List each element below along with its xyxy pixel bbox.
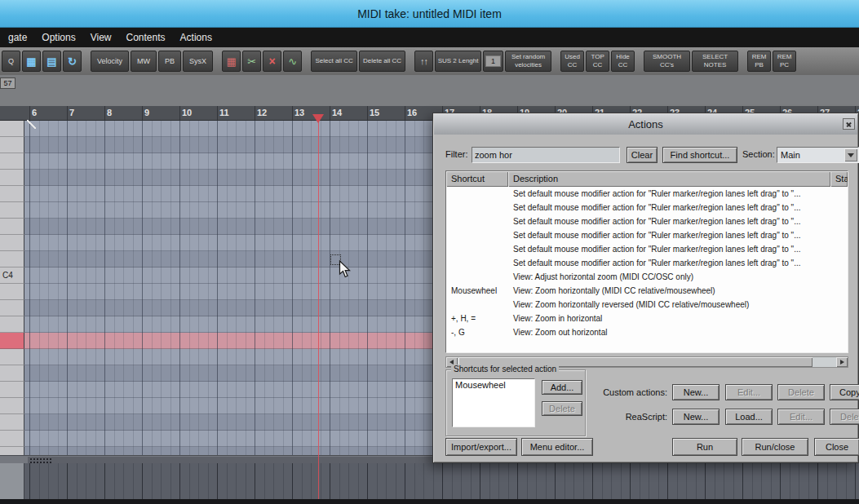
filter-input[interactable] [472, 147, 620, 163]
piano-key[interactable] [0, 121, 24, 137]
playhead-marker[interactable] [312, 114, 324, 123]
table-row[interactable]: Set default mouse modifier action for "R… [446, 256, 848, 270]
piano-key[interactable] [0, 186, 24, 202]
menu-item-view[interactable]: View [83, 28, 119, 47]
custom-new-button[interactable]: New... [672, 384, 720, 400]
clear-button[interactable]: Clear [627, 147, 658, 163]
menu-item-options[interactable]: Options [34, 28, 82, 47]
grid-line [123, 463, 124, 499]
menu-item-gate[interactable]: gate [1, 28, 34, 47]
tb-pb-button[interactable]: PB [158, 51, 181, 72]
tb-select-notes-button[interactable]: SELECT NOTES [692, 51, 738, 72]
grid-line [133, 463, 134, 499]
table-row[interactable]: Set default mouse modifier action for "R… [446, 228, 848, 242]
table-row[interactable]: MousewheelView: Zoom horizontally (MIDI … [446, 284, 848, 298]
loop-button[interactable]: ↻ [63, 51, 82, 72]
reascript-new-button[interactable]: New... [672, 409, 720, 425]
window-titlebar[interactable]: MIDI take: untitled MIDI item [0, 0, 859, 28]
scissors-button[interactable]: ✂ [242, 51, 261, 72]
table-row[interactable]: Set default mouse modifier action for "R… [446, 187, 848, 201]
table-row[interactable]: Set default mouse modifier action for "R… [446, 242, 848, 256]
tb-delete-all-cc-button[interactable]: Delete all CC [359, 51, 405, 72]
lane-resize-handle[interactable] [29, 458, 52, 463]
grid-line [273, 121, 274, 455]
find-shortcut-button[interactable]: Find shortcut... [662, 147, 737, 163]
tb-select-all-cc-button[interactable]: Select all CC [311, 51, 357, 72]
tb-rem-pc-button[interactable]: REM PC [773, 51, 796, 72]
piano-key[interactable] [0, 316, 24, 333]
grid-line [95, 463, 96, 499]
dialog-titlebar[interactable]: Actions [434, 114, 857, 135]
midi-keyboard-button[interactable]: ▤ [42, 51, 61, 72]
tb-sus-2-lenght-button[interactable]: SUS 2 Lenght [435, 51, 481, 72]
column-header-description[interactable]: Description [508, 171, 830, 187]
tb-mw-button[interactable]: MW [131, 51, 157, 72]
wave-button[interactable]: ∿ [283, 51, 302, 72]
table-row[interactable]: Set default mouse modifier action for "R… [446, 201, 848, 214]
tb-top-cc-button[interactable]: TOP CC [586, 51, 609, 72]
tb-smooth-cc-s-button[interactable]: SMOOTH CC's [644, 51, 690, 72]
piano-key[interactable] [0, 137, 24, 153]
tb-hide-cc-button[interactable]: Hide CC [611, 51, 635, 72]
piano-button[interactable]: ▦ [22, 51, 41, 72]
tb-set-random-velocities-button[interactable]: Set random velocities [505, 51, 551, 72]
tb-used-cc-button[interactable]: Used CC [560, 51, 584, 72]
cell-shortcut: +, H, = [446, 312, 508, 325]
tb-q-button[interactable]: Q [2, 51, 20, 72]
run-close-button[interactable]: Run/close [742, 438, 808, 456]
grid-add-button[interactable]: ▦ [222, 51, 241, 72]
menu-item-actions[interactable]: Actions [173, 28, 219, 47]
grid-line [565, 463, 565, 499]
menu-item-contents[interactable]: Contents [119, 28, 173, 47]
piano-key[interactable] [0, 202, 24, 219]
grid-line [152, 463, 153, 499]
arrows-up-button[interactable]: ↑↑ [414, 51, 433, 72]
piano-key[interactable] [0, 398, 24, 414]
tb-sysx-button[interactable]: SysX [183, 51, 213, 72]
piano-key[interactable] [0, 382, 24, 398]
custom-copy-button[interactable]: Copy... [830, 384, 859, 400]
table-row[interactable]: Set default mouse modifier action for "R… [446, 214, 848, 228]
section-dropdown[interactable]: Main [777, 147, 859, 163]
piano-key[interactable] [0, 300, 24, 316]
column-header-state[interactable]: State [830, 171, 848, 187]
piano-key-highlight[interactable] [0, 333, 24, 349]
dialog-body: Filter: Clear Find shortcut... Section: … [434, 135, 857, 462]
piano-key-c4[interactable]: C4 [0, 267, 24, 284]
scroll-right-arrow-icon[interactable] [836, 357, 848, 367]
piano-key[interactable] [0, 365, 24, 382]
column-header-shortcut[interactable]: Shortcut [446, 171, 508, 187]
run-button[interactable]: Run [672, 438, 737, 456]
grid-line [330, 463, 330, 499]
piano-key[interactable] [0, 219, 24, 235]
piano-key[interactable] [0, 251, 24, 267]
piano-key[interactable] [0, 447, 24, 455]
close-icon[interactable] [843, 118, 855, 130]
piano-key[interactable] [0, 414, 24, 431]
menu-editor-button[interactable]: Menu editor... [521, 438, 593, 456]
editor-upper-strip: 57 [0, 75, 859, 106]
tb-rem-pb-button[interactable]: REM PB [747, 51, 771, 72]
table-row[interactable]: -, GView: Zoom out horizontal [446, 325, 848, 339]
table-row[interactable]: View: Zoom horizontally reversed (MIDI C… [446, 298, 848, 312]
cc-lane[interactable] [0, 463, 859, 499]
table-row[interactable]: View: Adjust horizontal zoom (MIDI CC/OS… [446, 270, 848, 284]
tb-1-button[interactable]: 1 [483, 51, 503, 72]
tb-velocity-button[interactable]: Velocity [91, 51, 129, 72]
piano-key[interactable] [0, 349, 24, 365]
item-extent-bar[interactable] [28, 457, 434, 463]
grid-line [386, 121, 387, 455]
grid-line [761, 463, 762, 499]
grid-line [236, 463, 237, 499]
piano-key[interactable] [0, 153, 24, 170]
chevron-down-icon[interactable] [844, 148, 857, 161]
import-export-button[interactable]: Import/export... [445, 438, 517, 456]
piano-key[interactable] [0, 431, 24, 447]
delete-cc-button[interactable]: × [263, 51, 281, 72]
piano-key[interactable] [0, 284, 24, 300]
reascript-load-button[interactable]: Load... [725, 409, 773, 425]
close-button[interactable]: Close [814, 438, 859, 456]
piano-key[interactable] [0, 170, 24, 186]
piano-key[interactable] [0, 235, 24, 251]
table-row[interactable]: +, H, =View: Zoom in horizontal [446, 312, 848, 325]
